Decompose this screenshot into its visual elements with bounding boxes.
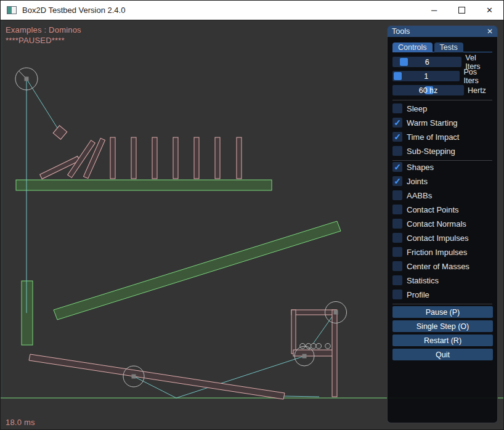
tools-panel-close-icon[interactable]: ✕ [487, 27, 493, 36]
checkbox-row-center-of-masses[interactable]: ✓ Center of Masses [392, 261, 492, 271]
action-buttons: Pause (P) Single Step (O) Restart (R) Qu… [392, 306, 492, 360]
restart-button[interactable]: Restart (R) [392, 335, 493, 346]
hertz-label: Hertz [468, 86, 486, 95]
aabbs-checkbox[interactable]: ✓ [392, 190, 402, 200]
maximize-icon [458, 7, 465, 14]
check-icon: ✓ [394, 132, 401, 141]
pos-iters-value: 1 [392, 71, 460, 81]
friction-impulses-label: Friction Impulses [407, 248, 467, 257]
joints-label: Joints [407, 177, 428, 186]
domino-upright-2 [131, 137, 136, 179]
tools-panel: Tools ✕ Controls Tests 6 Vel Iters [387, 25, 498, 423]
separator [392, 160, 492, 161]
separator [392, 304, 492, 304]
warm-starting-label: Warm Starting [407, 118, 458, 128]
tilted-ramp [54, 221, 341, 320]
checkbox-row-profile[interactable]: ✓ Profile [392, 290, 492, 299]
simulation-canvas[interactable]: Examples : Dominos ****PAUSED**** 18.0 m… [1, 20, 504, 430]
vel-iters-value: 6 [392, 57, 461, 67]
maximize-button[interactable] [448, 1, 476, 20]
slider-pos-iters: 1 Pos Iters [392, 71, 492, 81]
domino-upright-4 [173, 137, 178, 179]
hertz-slider[interactable]: 60 hz [392, 85, 464, 95]
checkbox-row-contact-points[interactable]: ✓ Contact Points [392, 205, 492, 214]
os-titlebar[interactable]: Box2D Testbed Version 2.4.0 ─ ✕ [1, 1, 503, 20]
checkbox-row-warm-starting[interactable]: ✓ Warm Starting [392, 118, 492, 128]
profile-label: Profile [407, 290, 429, 299]
anchor-marker-top-left [25, 77, 29, 81]
tab-tests[interactable]: Tests [434, 43, 463, 52]
ball-3 [311, 343, 317, 349]
checkbox-row-time-of-impact[interactable]: ✓ Time of Impact [392, 132, 492, 142]
sub-stepping-checkbox[interactable]: ✓ [392, 146, 402, 156]
example-label: Examples : Dominos [6, 25, 81, 34]
seesaw-plank [29, 354, 285, 399]
check-icon: ✓ [394, 118, 401, 127]
sleep-checkbox[interactable]: ✓ [392, 103, 402, 113]
contact-normals-label: Contact Normals [407, 219, 466, 229]
profile-checkbox[interactable]: ✓ [392, 290, 402, 299]
solver-options-group: ✓ Sleep ✓ Warm Starting ✓ Time of Impact… [392, 103, 492, 156]
app-window: Box2D Testbed Version 2.4.0 ─ ✕ [0, 0, 504, 430]
vel-iters-slider[interactable]: 6 [392, 57, 461, 67]
tools-panel-title: Tools [392, 27, 410, 36]
draw-options-group: ✓ Shapes ✓ Joints ✓ AABBs ✓ Contact Poin… [392, 162, 492, 299]
checkbox-row-joints[interactable]: ✓ Joints [392, 176, 492, 186]
ground-joint-line [284, 396, 319, 397]
center-of-masses-checkbox[interactable]: ✓ [392, 261, 402, 271]
contact-points-checkbox[interactable]: ✓ [392, 205, 402, 214]
slider-group: 6 Vel Iters 1 Pos Iters [392, 57, 492, 95]
anchor-marker-lower [303, 354, 307, 359]
window-controls: ─ ✕ [420, 1, 503, 20]
frame-top-beam [291, 310, 336, 315]
pendulum-bob [53, 126, 67, 140]
quit-button[interactable]: Quit [392, 349, 493, 360]
minimize-button[interactable]: ─ [420, 1, 448, 20]
slider-vel-iters: 6 Vel Iters [392, 57, 492, 67]
window-title: Box2D Testbed Version 2.4.0 [22, 6, 125, 15]
statistics-label: Statistics [407, 276, 439, 285]
frame-lower-beam [293, 350, 336, 356]
domino-upright-1 [110, 137, 115, 179]
checkbox-row-statistics[interactable]: ✓ Statistics [392, 275, 492, 285]
tab-bar: Controls Tests [392, 43, 492, 52]
tools-panel-titlebar[interactable]: Tools ✕ [388, 26, 497, 37]
time-of-impact-label: Time of Impact [407, 132, 459, 142]
contact-impulses-checkbox[interactable]: ✓ [392, 233, 402, 243]
contact-impulses-label: Contact Impulses [407, 233, 468, 243]
time-of-impact-checkbox[interactable]: ✓ [392, 132, 402, 142]
checkbox-row-sleep[interactable]: ✓ Sleep [392, 103, 492, 113]
close-icon: ✕ [486, 6, 493, 15]
checkbox-row-contact-normals[interactable]: ✓ Contact Normals [392, 219, 492, 229]
single-step-button[interactable]: Single Step (O) [392, 320, 493, 332]
tab-controls[interactable]: Controls [392, 43, 433, 52]
domino-upright-7 [237, 137, 242, 179]
pause-button[interactable]: Pause (P) [392, 306, 493, 318]
pos-iters-slider[interactable]: 1 [392, 71, 460, 81]
vertical-slat [22, 281, 33, 345]
joints-checkbox[interactable]: ✓ [392, 176, 402, 186]
aabbs-label: AABBs [407, 191, 432, 200]
domino-upright-6 [215, 137, 220, 179]
ball-5 [325, 343, 331, 349]
pendulum-joint-line [26, 79, 60, 132]
separator [392, 100, 492, 100]
checkbox-row-contact-impulses[interactable]: ✓ Contact Impulses [392, 233, 492, 243]
shapes-checkbox[interactable]: ✓ [392, 162, 402, 172]
checkbox-row-shapes[interactable]: ✓ Shapes [392, 162, 492, 172]
contact-normals-checkbox[interactable]: ✓ [392, 219, 402, 229]
anchor-marker-frame-top [334, 310, 338, 315]
checkbox-row-sub-stepping[interactable]: ✓ Sub-Stepping [392, 146, 492, 156]
warm-starting-checkbox[interactable]: ✓ [392, 118, 402, 128]
close-button[interactable]: ✕ [476, 1, 503, 20]
paused-label: ****PAUSED**** [6, 36, 65, 45]
contact-points-label: Contact Points [407, 205, 459, 214]
sleep-label: Sleep [407, 104, 427, 113]
friction-impulses-checkbox[interactable]: ✓ [392, 247, 402, 257]
domino-upright-3 [152, 137, 157, 179]
ball-4 [316, 343, 322, 349]
statistics-checkbox[interactable]: ✓ [392, 275, 402, 285]
checkbox-row-friction-impulses[interactable]: ✓ Friction Impulses [392, 247, 492, 257]
checkbox-row-aabbs[interactable]: ✓ AABBs [392, 190, 492, 200]
check-icon: ✓ [394, 163, 401, 171]
